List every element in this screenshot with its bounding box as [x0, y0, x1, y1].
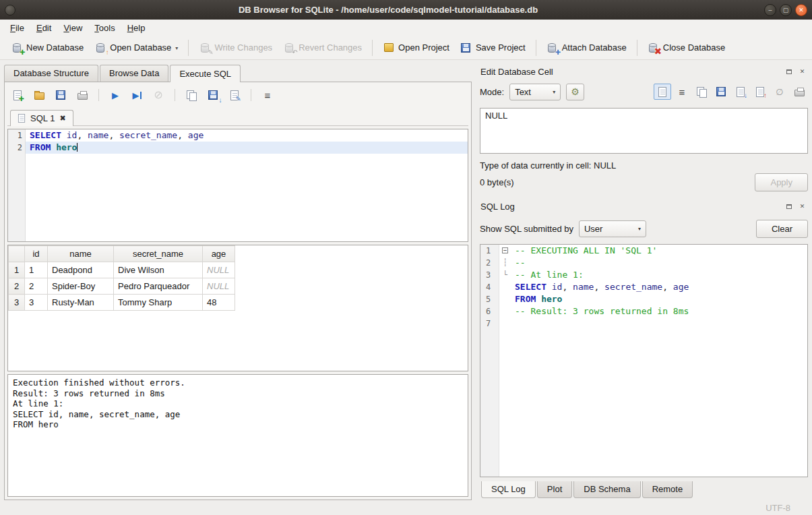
menu-tools[interactable]: Tools	[88, 21, 121, 35]
menu-view[interactable]: View	[57, 21, 88, 35]
sql-tab[interactable]: SQL 1 ✖	[10, 110, 73, 126]
cell-id[interactable]: 3	[25, 295, 48, 311]
editor-line-1[interactable]: 1SELECT id, name, secret_name, age	[8, 129, 468, 142]
cell-secret-name[interactable]: Pedro Parqueador	[114, 278, 203, 295]
menu-file[interactable]: File	[4, 21, 30, 35]
print-cell-button[interactable]	[790, 84, 808, 100]
log-filter-row: Show SQL submitted by User ▾ Clear	[480, 218, 808, 239]
cell-secret-name[interactable]: Dive Wilson	[114, 262, 203, 278]
cell-secret-name[interactable]: Tommy Sharp	[114, 295, 203, 311]
table-row: 22Spider-BoyPedro ParqueadorNULL	[9, 278, 235, 295]
editor-line-2[interactable]: 2FROM hero	[8, 142, 468, 154]
cell-name[interactable]: Deadpond	[48, 262, 114, 278]
tab-database-structure[interactable]: Database Structure	[4, 65, 98, 82]
toolbar-separator	[175, 89, 175, 101]
row-number: 3	[9, 295, 25, 311]
float-dock-button[interactable]	[784, 67, 794, 76]
cell-age[interactable]: NULL	[203, 278, 235, 295]
cell-name[interactable]: Spider-Boy	[48, 278, 114, 295]
clear-log-button[interactable]: Clear	[756, 220, 808, 238]
dock-tab-db-schema[interactable]: DB Schema	[573, 481, 640, 498]
toolbar-button-label: Open Database	[110, 42, 171, 53]
log-line-1[interactable]: 1−-- EXECUTING ALL IN 'SQL 1'	[480, 245, 807, 257]
log-lines: 1−-- EXECUTING ALL IN 'SQL 1'2┆--3└-- At…	[480, 245, 807, 330]
float-log-dock-button[interactable]	[784, 202, 794, 211]
log-line-2[interactable]: 2┆--	[480, 257, 807, 269]
execute-all-button[interactable]: ▶	[106, 86, 124, 104]
dock-tab-remote[interactable]: Remote	[642, 481, 693, 498]
mode-select[interactable]: Text ▾	[509, 84, 561, 100]
copy-icon	[696, 86, 708, 98]
save-sql-file-button[interactable]	[52, 86, 69, 104]
tab-execute-sql[interactable]: Execute SQL	[170, 65, 241, 82]
column-header-age[interactable]: age	[203, 246, 235, 262]
close-tab-icon[interactable]: ✖	[59, 114, 65, 123]
dock-tab-plot[interactable]: Plot	[537, 481, 572, 498]
tab-browse-data[interactable]: Browse Data	[100, 65, 168, 82]
row-number: 1	[9, 262, 25, 278]
minimize-button[interactable]: –	[764, 4, 776, 16]
export-file-button[interactable]: ↑	[751, 84, 769, 100]
table-row: 33Rusty-ManTommy Sharp48	[9, 295, 235, 311]
text-edit-button[interactable]	[654, 84, 671, 100]
cell-editor[interactable]: NULL	[480, 108, 808, 154]
titlebar[interactable]: DB Browser for SQLite - /home/user/code/…	[0, 0, 812, 20]
dropdown-arrow-icon[interactable]: ▾	[175, 45, 178, 53]
log-line-4[interactable]: 4SELECT id, name, secret_name, age	[480, 281, 807, 293]
cell-age[interactable]: NULL	[203, 262, 235, 278]
copy-button[interactable]	[693, 84, 710, 100]
open-sql-file-button[interactable]	[30, 86, 48, 104]
sql-editor[interactable]: 1SELECT id, name, secret_name, age2FROM …	[7, 129, 468, 242]
open-project-button[interactable]: Open Project	[377, 39, 455, 56]
word-wrap-button[interactable]: ≡	[259, 86, 276, 104]
set-null-icon: ∅	[774, 86, 786, 98]
find-replace-button[interactable]: ✎	[226, 86, 243, 104]
print-button[interactable]	[73, 86, 91, 104]
line-text: SELECT id, name, secret_name, age	[26, 129, 468, 142]
menu-edit[interactable]: Edit	[30, 21, 57, 35]
log-line-7[interactable]: 7	[480, 317, 807, 330]
log-line-6[interactable]: 6-- Result: 3 rows returned in 8ms	[480, 305, 807, 317]
sql-log-view[interactable]: 1−-- EXECUTING ALL IN 'SQL 1'2┆--3└-- At…	[480, 244, 808, 477]
open-database-button[interactable]: ↑Open Database▾	[89, 39, 183, 56]
log-line-5[interactable]: 5FROM hero	[480, 293, 807, 305]
set-null-button[interactable]: ∅	[771, 84, 788, 100]
sql-tab-label: SQL 1	[30, 113, 55, 123]
column-header-name[interactable]: name	[48, 246, 114, 262]
close-database-button[interactable]: ✖Close Database	[642, 39, 731, 56]
close-dock-button[interactable]: ✕	[797, 67, 807, 76]
fold-collapse-icon[interactable]: −	[502, 247, 508, 253]
maximize-button[interactable]: ▢	[780, 4, 792, 16]
auto-switch-mode-button[interactable]: ⚙	[566, 84, 584, 100]
import-file-button[interactable]: ↓	[732, 84, 749, 100]
execute-current-line-button[interactable]: ▶	[128, 86, 146, 104]
cell-name[interactable]: Rusty-Man	[48, 295, 114, 311]
word-wrap-button[interactable]: ≡	[673, 84, 691, 100]
menu-help[interactable]: Help	[121, 21, 152, 35]
cell-id[interactable]: 1	[25, 262, 48, 278]
column-header-id[interactable]: id	[25, 246, 48, 262]
dock-tab-sql-log[interactable]: SQL Log	[481, 481, 536, 498]
save-results-button[interactable]: ↓	[204, 86, 222, 104]
save-project-icon	[460, 42, 472, 53]
cell-age[interactable]: 48	[203, 295, 235, 311]
log-line-3[interactable]: 3└-- At line 1:	[480, 269, 807, 281]
fold-marker: └	[499, 269, 511, 281]
close-log-dock-button[interactable]: ✕	[797, 202, 807, 211]
open-results-new-tab-button[interactable]	[183, 86, 200, 104]
close-button[interactable]: ✕	[795, 4, 807, 16]
line-number: 5	[480, 293, 499, 305]
table-row: 11DeadpondDive WilsonNULL	[9, 262, 235, 278]
new-tab-button[interactable]: ✚	[9, 86, 26, 104]
app-icon[interactable]	[5, 5, 15, 16]
cell-size-row: 0 byte(s) Apply	[480, 173, 808, 191]
column-header-secret-name[interactable]: secret_name	[114, 246, 203, 262]
attach-database-button[interactable]: ✚Attach Database	[541, 39, 632, 56]
new-database-button[interactable]: ✚New Database	[5, 39, 89, 56]
save-project-button[interactable]: Save Project	[455, 39, 531, 56]
results-grid: idnamesecret_nameage11DeadpondDive Wilso…	[7, 245, 468, 371]
save-as-button[interactable]	[712, 84, 730, 100]
import-file-icon: ↓	[735, 86, 747, 98]
log-filter-select[interactable]: User ▾	[579, 220, 646, 237]
cell-id[interactable]: 2	[25, 278, 48, 295]
